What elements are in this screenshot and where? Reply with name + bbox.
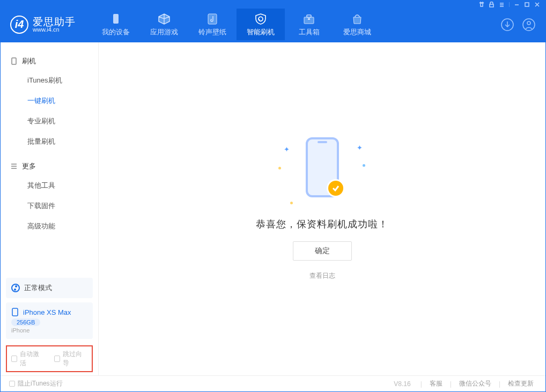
checkbox-auto-activate[interactable]: 自动激活 (11, 350, 45, 368)
checkbox-block-itunes[interactable]: 阻止iTunes运行 (9, 379, 63, 388)
list-icon (10, 162, 18, 170)
download-icon[interactable] (500, 18, 514, 32)
device-type: iPhone (11, 327, 87, 334)
footer-separator: | (499, 380, 500, 388)
svg-rect-5 (307, 15, 311, 17)
checkbox-icon (11, 356, 17, 362)
logo[interactable]: i4 爱思助手 www.i4.cn (10, 16, 76, 34)
sidebar: 刷机 iTunes刷机 一键刷机 专业刷机 批量刷机 更多 其他工具 下载固件 … (1, 42, 99, 375)
user-icon[interactable] (522, 18, 536, 32)
maximize-icon[interactable] (524, 2, 530, 8)
device-box[interactable]: iPhone XS Max 256GB iPhone (6, 302, 93, 339)
checkbox-label: 阻止iTunes运行 (18, 379, 63, 388)
header-tabs: 我的设备 应用游戏 铃声壁纸 智能刷机 工具箱 爱思商城 (92, 9, 381, 40)
tab-label: 工具箱 (299, 27, 320, 37)
tab-my-device[interactable]: 我的设备 (92, 9, 140, 40)
mode-box[interactable]: 正常模式 (6, 278, 93, 298)
sidebar-item-batch-flash[interactable]: 批量刷机 (1, 131, 98, 152)
tab-label: 爱思商城 (343, 27, 371, 37)
footer-link-support[interactable]: 客服 (426, 379, 446, 388)
dot-icon (290, 202, 293, 204)
sidebar-group-more: 更多 (1, 157, 98, 175)
sidebar-group-label: 更多 (22, 161, 36, 171)
sidebar-item-itunes-flash[interactable]: iTunes刷机 (1, 70, 98, 91)
titlebar (1, 1, 545, 9)
device-capacity: 256GB (11, 319, 40, 326)
lock-icon[interactable] (489, 2, 495, 8)
tab-apps-games[interactable]: 应用游戏 (140, 9, 188, 40)
svg-rect-2 (113, 14, 119, 24)
check-badge-icon (327, 179, 345, 197)
success-message: 恭喜您，保资料刷机成功啦！ (256, 218, 388, 231)
dot-icon (363, 164, 365, 167)
svg-rect-11 (12, 308, 18, 316)
phone-icon (109, 13, 123, 25)
logo-badge-icon: i4 (10, 16, 28, 34)
tab-label: 我的设备 (102, 27, 130, 37)
footer: 阻止iTunes运行 V8.16 | 客服 | 微信公众号 | 检查更新 (1, 375, 545, 391)
tab-toolbox[interactable]: 工具箱 (285, 9, 333, 40)
checkbox-icon (9, 381, 15, 387)
footer-separator: | (420, 380, 422, 388)
sidebar-item-oneclick-flash[interactable]: 一键刷机 (1, 91, 98, 111)
sidebar-spacer (1, 236, 98, 276)
header: i4 爱思助手 www.i4.cn 我的设备 应用游戏 铃声壁纸 智能刷机 (1, 9, 545, 42)
music-note-icon (205, 13, 219, 25)
svg-rect-1 (525, 3, 529, 6)
dot-icon (278, 167, 281, 169)
menu-icon[interactable] (499, 2, 505, 8)
sidebar-item-advanced[interactable]: 高级功能 (1, 216, 98, 236)
app-name: 爱思助手 (33, 17, 76, 27)
sidebar-item-download-fw[interactable]: 下载固件 (1, 196, 98, 216)
svg-rect-10 (12, 58, 16, 64)
body: 刷机 iTunes刷机 一键刷机 专业刷机 批量刷机 更多 其他工具 下载固件 … (1, 42, 545, 375)
close-icon[interactable] (534, 2, 540, 8)
sidebar-options-highlighted: 自动激活 跳过向导 (6, 345, 93, 372)
footer-link-wechat[interactable]: 微信公众号 (456, 379, 495, 388)
footer-link-update[interactable]: 检查更新 (505, 379, 537, 388)
ok-button[interactable]: 确定 (293, 241, 352, 261)
success-illustration: ✦ ✦ (274, 137, 371, 207)
header-right (500, 18, 536, 32)
checkbox-icon (54, 356, 60, 362)
tshirt-icon[interactable] (478, 2, 484, 8)
tab-label: 铃声壁纸 (198, 27, 226, 37)
phone-outline-icon (11, 308, 19, 316)
checkbox-label: 跳过向导 (63, 350, 87, 368)
checkbox-skip-wizard[interactable]: 跳过向导 (54, 350, 87, 368)
tab-store[interactable]: 爱思商城 (333, 9, 381, 40)
footer-separator: | (450, 380, 452, 388)
tab-label: 智能刷机 (247, 27, 275, 37)
svg-rect-4 (304, 17, 314, 24)
cube-icon (157, 13, 171, 25)
checkbox-label: 自动激活 (20, 350, 45, 368)
device-icon (10, 57, 18, 65)
mode-label: 正常模式 (24, 283, 52, 293)
svg-point-9 (527, 21, 530, 25)
sparkle-icon: ✦ (284, 145, 290, 153)
titlebar-separator (509, 2, 510, 7)
sparkle-icon: ✦ (357, 144, 363, 152)
briefcase-icon (302, 13, 316, 25)
mode-icon (11, 284, 20, 292)
tab-label: 应用游戏 (150, 27, 178, 37)
device-name: iPhone XS Max (23, 308, 71, 316)
app-window: i4 爱思助手 www.i4.cn 我的设备 应用游戏 铃声壁纸 智能刷机 (0, 0, 546, 392)
tab-ringtone-wallpaper[interactable]: 铃声壁纸 (188, 9, 237, 40)
minimize-icon[interactable] (514, 2, 520, 8)
main-content: ✦ ✦ 恭喜您，保资料刷机成功啦！ 确定 查看日志 (99, 42, 545, 375)
version-label: V8.16 (394, 380, 410, 388)
tab-smart-flash[interactable]: 智能刷机 (237, 9, 285, 40)
sidebar-group-label: 刷机 (22, 56, 36, 66)
shopping-bag-icon (350, 13, 364, 25)
svg-rect-0 (490, 4, 493, 7)
svg-rect-3 (208, 14, 217, 24)
view-log-link[interactable]: 查看日志 (309, 271, 335, 280)
app-url: www.i4.cn (33, 27, 76, 33)
sidebar-group-flash: 刷机 (1, 52, 98, 70)
svg-rect-6 (308, 18, 310, 20)
sidebar-item-pro-flash[interactable]: 专业刷机 (1, 111, 98, 131)
logo-text: 爱思助手 www.i4.cn (33, 17, 76, 33)
shield-refresh-icon (254, 13, 268, 25)
sidebar-item-other-tools[interactable]: 其他工具 (1, 175, 98, 196)
